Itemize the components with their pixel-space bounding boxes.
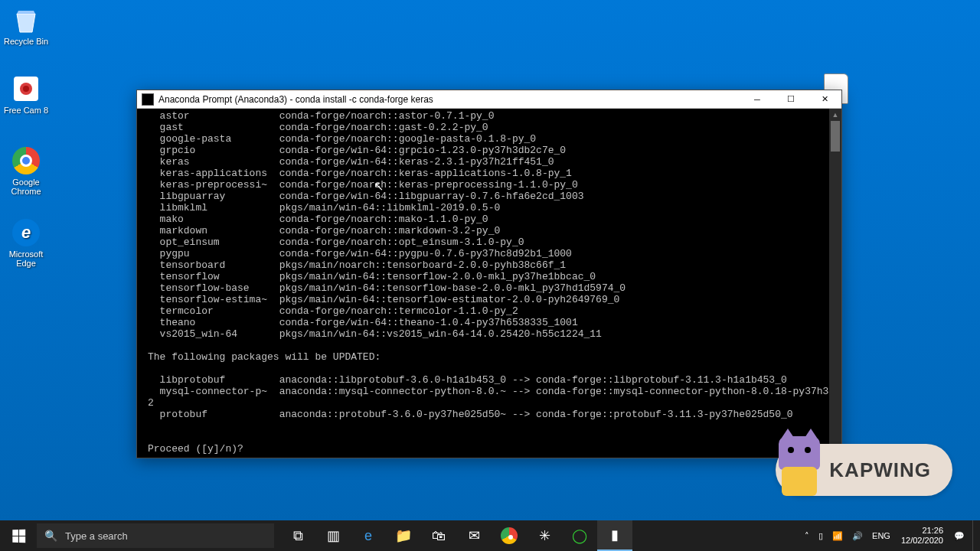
taskbar-explorer[interactable]: 📁 <box>386 520 421 551</box>
taskbar-pinned-apps: ⧉ ▥ e 📁 🛍 ✉ ✳ ◯ ▮ <box>280 520 632 551</box>
search-placeholder: Type a search <box>65 530 128 542</box>
minimize-button[interactable]: ─ <box>740 90 774 108</box>
tray-wifi-icon[interactable]: 📶 <box>828 520 848 551</box>
tray-battery-icon[interactable]: ▯ <box>814 520 828 551</box>
tray-volume-icon[interactable]: 🔊 <box>848 520 867 551</box>
kapwing-watermark: KAPWING <box>776 444 952 496</box>
taskbar: 🔍 Type a search ⧉ ▥ e 📁 🛍 ✉ ✳ ◯ ▮ ˄ ▯ 📶 … <box>0 520 980 551</box>
window-title: Anaconda Prompt (Anaconda3) - conda inst… <box>158 94 740 105</box>
desktop-icon-edge[interactable]: e Microsoft Edge <box>3 217 49 268</box>
tray-time: 21:26 <box>922 526 943 536</box>
tray-chevron[interactable]: ˄ <box>800 520 814 551</box>
titlebar[interactable]: Anaconda Prompt (Anaconda3) - conda inst… <box>137 90 841 109</box>
tray-date: 12/02/2020 <box>901 536 943 546</box>
taskbar-edge[interactable]: e <box>351 520 386 551</box>
show-desktop-button[interactable] <box>972 520 977 551</box>
anaconda-prompt-window: Anaconda Prompt (Anaconda3) - conda inst… <box>136 90 842 458</box>
system-tray: ˄ ▯ 📶 🔊 ENG 21:26 12/02/2020 💬 <box>800 520 980 551</box>
watermark-text: KAPWING <box>829 458 931 482</box>
window-icon <box>142 93 154 106</box>
scroll-up-arrow[interactable]: ▲ <box>829 109 841 121</box>
taskbar-app[interactable]: ▥ <box>315 520 351 551</box>
start-button[interactable] <box>0 520 37 551</box>
task-view-button[interactable]: ⧉ <box>280 520 315 551</box>
maximize-button[interactable]: ☐ <box>774 90 808 108</box>
desktop-icon-recycle-bin[interactable]: Recycle Bin <box>3 5 49 46</box>
taskbar-anaconda[interactable]: ◯ <box>562 520 597 551</box>
taskbar-terminal[interactable]: ▮ <box>597 520 632 551</box>
tray-notifications-icon[interactable]: 💬 <box>949 520 969 551</box>
search-icon: 🔍 <box>44 530 57 542</box>
taskbar-chrome[interactable] <box>492 520 527 551</box>
scrollbar[interactable]: ▲ ▼ <box>829 109 841 458</box>
taskbar-store[interactable]: 🛍 <box>421 520 456 551</box>
tray-clock[interactable]: 21:26 12/02/2020 <box>895 526 949 546</box>
edge-icon: e <box>11 217 41 248</box>
desktop-icon-free-cam[interactable]: Free Cam 8 <box>3 73 49 115</box>
kapwing-mascot-icon <box>773 432 826 496</box>
terminal-output[interactable]: astor conda-forge/noarch::astor-0.7.1-py… <box>137 109 841 458</box>
tray-language[interactable]: ENG <box>867 520 895 551</box>
recycle-bin-icon <box>11 5 41 35</box>
windows-logo-icon <box>12 529 25 543</box>
desktop-icon-label: Google Chrome <box>3 178 49 196</box>
taskbar-mail[interactable]: ✉ <box>456 520 492 551</box>
chrome-icon <box>11 145 41 176</box>
desktop-icon-chrome[interactable]: Google Chrome <box>3 145 49 196</box>
desktop-icon-label: Microsoft Edge <box>3 249 49 268</box>
taskbar-app-gear[interactable]: ✳ <box>527 520 562 551</box>
free-cam-icon <box>11 73 41 104</box>
close-button[interactable]: ✕ <box>808 90 841 108</box>
svg-point-2 <box>23 86 29 92</box>
taskbar-search[interactable]: 🔍 Type a search <box>37 523 274 548</box>
scroll-thumb[interactable] <box>831 121 840 152</box>
desktop-icon-label: Free Cam 8 <box>3 106 49 115</box>
desktop-icon-label: Recycle Bin <box>3 37 49 46</box>
